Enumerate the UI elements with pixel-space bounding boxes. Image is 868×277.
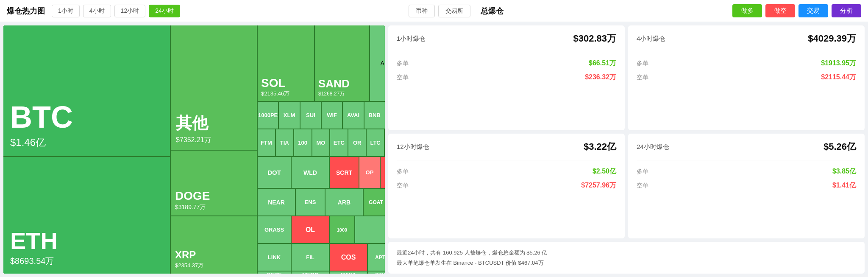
- wld-label: WLD: [303, 169, 317, 176]
- ada-label: ADA: [381, 60, 385, 67]
- ol-label: OL: [306, 226, 315, 234]
- pepe-label: PEPE: [267, 271, 282, 274]
- cell-etc[interactable]: ETC: [330, 129, 348, 156]
- eth-value: $8693.54万: [10, 255, 163, 267]
- stat-12h-long-value: $2.50亿: [593, 167, 616, 176]
- stat-1h-long-label: 多单: [397, 60, 409, 67]
- goat-label: GOAT: [369, 199, 383, 205]
- time-btn-1h[interactable]: 1小时: [52, 5, 80, 17]
- cell-sui[interactable]: SUI: [300, 102, 322, 129]
- cell-1000pe[interactable]: 1000PE: [258, 102, 279, 129]
- cos-cell[interactable]: COS: [330, 244, 368, 271]
- label-avai: AVAI: [347, 112, 359, 118]
- long-button[interactable]: 做多: [732, 4, 762, 17]
- filter-exchange-btn[interactable]: 交易所: [438, 5, 470, 17]
- stat-1h-long-value: $66.51万: [589, 59, 616, 68]
- doge-cell[interactable]: DOGE $3189.77万: [171, 151, 258, 216]
- stat-1h-total: $302.83万: [573, 32, 616, 45]
- goat-cell[interactable]: GOAT: [364, 189, 385, 215]
- near-cell[interactable]: NEAR: [258, 189, 296, 215]
- sol-cell[interactable]: SOL $2135.46万: [258, 25, 315, 101]
- apt-cell[interactable]: APT: [368, 244, 385, 271]
- grass-cell[interactable]: GRASS: [258, 216, 292, 243]
- info-line2: 最大单笔爆仓单发生在 Binance - BTCUSDT 价值 $467.04万: [397, 260, 544, 266]
- stat-card-1h: 1小时爆仓 $302.83万 多单 $66.51万 空单 $236.32万: [388, 25, 625, 130]
- sol-name: SOL: [261, 76, 311, 90]
- scrt-label: SCRT: [336, 169, 352, 176]
- ada-cell[interactable]: ADA: [370, 25, 385, 101]
- link-label: LINK: [268, 254, 281, 260]
- cell-100[interactable]: 100: [294, 129, 312, 156]
- stat-4h-short-value: $2115.44万: [821, 73, 856, 82]
- page-title: 爆仓热力图: [7, 6, 45, 16]
- wld-cell[interactable]: WLD: [292, 157, 330, 188]
- op-label: OP: [366, 169, 374, 176]
- qita-value: $7352.21万: [176, 136, 252, 145]
- mana-label: MANA: [341, 272, 356, 274]
- stx-cell[interactable]: STX: [368, 271, 385, 274]
- cell-ltc[interactable]: LTC: [367, 129, 385, 156]
- analyze-button[interactable]: 分析: [832, 4, 861, 17]
- trade-button[interactable]: 交易: [798, 4, 828, 17]
- neiro-cell[interactable]: NEIRO: [292, 271, 330, 274]
- arb-cell[interactable]: ARB: [326, 189, 364, 215]
- btc-name: BTC: [10, 102, 163, 132]
- short-button[interactable]: 做空: [765, 4, 795, 17]
- sand-name: SAND: [318, 77, 366, 90]
- doge-value: $3189.77万: [175, 204, 253, 211]
- f1000-cell[interactable]: 1000: [330, 216, 355, 243]
- xrp-cell[interactable]: XRP $2354.37万: [171, 216, 258, 274]
- dot-cell[interactable]: DOT: [258, 157, 292, 188]
- stat-1h-short-value: $236.32万: [585, 73, 616, 82]
- stat-card-24h: 24小时爆仓 $5.26亿 多单 $3.85亿 空单 $1.41亿: [628, 134, 865, 238]
- mana-cell[interactable]: MANA: [330, 271, 368, 274]
- ol-cell[interactable]: OL: [292, 216, 330, 243]
- stat-12h-short-value: $7257.96万: [581, 181, 616, 190]
- cell-ftm[interactable]: FTM: [258, 129, 276, 156]
- sand-cell[interactable]: SAND $1268.27万: [315, 25, 370, 101]
- cell-mo[interactable]: MO: [312, 129, 331, 156]
- cell-avai[interactable]: AVAI: [343, 102, 364, 129]
- cell-bnb[interactable]: BNB: [364, 102, 385, 129]
- qita-name: 其他: [176, 112, 252, 134]
- qita-cell[interactable]: 其他 $7352.21万: [171, 25, 258, 151]
- cell-wif[interactable]: WIF: [322, 102, 343, 129]
- stat-24h-total: $5.26亿: [823, 140, 856, 153]
- cell-xlm[interactable]: XLM: [279, 102, 300, 129]
- stat-24h-long-value: $3.85亿: [832, 167, 856, 176]
- stat-24h-long-label: 多单: [637, 168, 648, 176]
- neiro-label: NEIRO: [302, 272, 318, 274]
- filter-coin-btn[interactable]: 币种: [409, 5, 435, 17]
- fil-cell[interactable]: FIL: [292, 244, 330, 271]
- label-wif: WIF: [327, 112, 337, 118]
- stat-4h-total: $4029.39万: [808, 32, 856, 45]
- link-cell[interactable]: LINK: [258, 244, 292, 271]
- btc-cell[interactable]: BTC $1.46亿: [3, 25, 171, 157]
- info-card: 最近24小时，共有 160,925 人被爆仓，爆仓总金额为 $5.26 亿 最大…: [388, 242, 865, 274]
- stats-panel: 1小时爆仓 $302.83万 多单 $66.51万 空单 $236.32万: [388, 25, 865, 274]
- time-btn-24h[interactable]: 24小时: [149, 5, 180, 17]
- apt-label: APT: [375, 255, 385, 260]
- stat-card-4h: 4小时爆仓 $4029.39万 多单 $1913.95万 空单 $2115.44…: [628, 25, 865, 130]
- cell-or[interactable]: OR: [348, 129, 367, 156]
- label-xlm: XLM: [284, 112, 295, 118]
- op-cell[interactable]: OP: [359, 157, 381, 188]
- section-label: 总爆仓: [481, 6, 504, 16]
- cos-label: COS: [341, 254, 356, 261]
- eth-cell[interactable]: ETH $8693.54万: [3, 157, 171, 274]
- time-btn-4h[interactable]: 4小时: [83, 5, 111, 17]
- stat-24h-short-value: $1.41亿: [832, 181, 856, 190]
- stat-card-12h: 12小时爆仓 $3.22亿 多单 $2.50亿 空单 $7257.96万: [388, 134, 625, 238]
- cell-tia[interactable]: TIA: [276, 129, 294, 156]
- scrt-cell[interactable]: SCRT: [330, 157, 359, 188]
- btc-value: $1.46亿: [10, 136, 163, 149]
- pepe-cell[interactable]: PEPE: [258, 271, 292, 274]
- xrp-value: $2354.37万: [175, 262, 253, 269]
- doge-name: DOGE: [175, 189, 253, 203]
- eth-name: ETH: [10, 229, 163, 253]
- ld-cell[interactable]: LD: [381, 157, 385, 188]
- r6-rest-cell[interactable]: [355, 216, 385, 243]
- f1000-label: 1000: [337, 227, 347, 232]
- time-btn-12h[interactable]: 12小时: [114, 5, 146, 17]
- ens-cell[interactable]: ENS: [296, 189, 326, 215]
